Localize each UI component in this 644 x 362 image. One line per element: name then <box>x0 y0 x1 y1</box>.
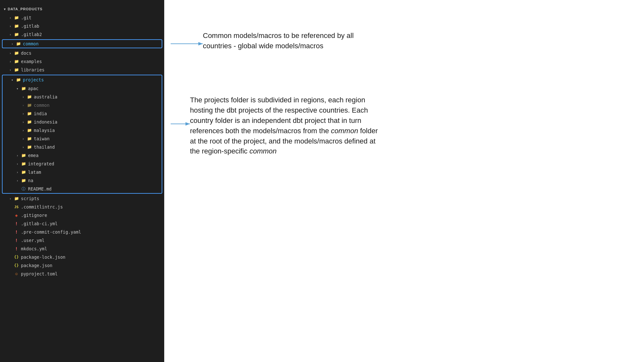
folder-icon: 📁 <box>14 196 19 201</box>
tree-item-libraries[interactable]: › 📁 libraries <box>0 66 164 74</box>
root-chevron: ▾ <box>4 7 6 11</box>
spacer <box>8 238 13 243</box>
chevron-right-icon: › <box>15 178 20 183</box>
folder-icon: 📁 <box>21 161 26 167</box>
tree-label: taiwan <box>34 136 50 141</box>
tree-label: scripts <box>21 196 39 201</box>
chevron-down-icon: ▾ <box>10 77 15 82</box>
folder-icon: 📁 <box>21 178 26 183</box>
tree-label: indonesia <box>34 119 57 125</box>
tree-label: na <box>28 178 33 183</box>
tree-item-docs[interactable]: › 📁 docs <box>0 49 164 57</box>
tree-label: .gitlab2 <box>21 32 42 37</box>
folder-icon: 📁 <box>26 136 32 142</box>
annotation-common: Common models/macros to be referenced by… <box>203 31 377 51</box>
tree-item-common-apac[interactable]: › 📁 common <box>3 101 162 109</box>
yaml-icon: ! <box>14 246 19 252</box>
chevron-right-icon: › <box>8 196 13 201</box>
root-label: ▾ DATA_PRODUCTS <box>0 6 164 14</box>
tree-label: india <box>34 111 47 116</box>
tree-label: integrated <box>28 161 54 166</box>
tree-label: projects <box>23 77 44 82</box>
tree-label: package-lock.json <box>21 255 65 260</box>
chevron-right-icon: › <box>15 161 20 166</box>
tree-item-projects[interactable]: ▾ 📁 projects <box>3 75 162 84</box>
tree-label: docs <box>21 51 32 56</box>
tree-item-australia[interactable]: › 📁 australia <box>3 93 162 101</box>
folder-icon: 📁 <box>26 144 32 150</box>
tree-item-mkdocs[interactable]: ! mkdocs.yml <box>0 245 164 253</box>
spacer <box>8 213 13 218</box>
tree-item-examples[interactable]: › 📁 examples <box>0 57 164 66</box>
folder-icon: 📁 <box>14 50 19 56</box>
chevron-right-icon: › <box>21 111 26 116</box>
chevron-right-icon: › <box>21 136 26 141</box>
tree-item-common[interactable]: › 📁 common <box>2 39 162 48</box>
tree-item-readme[interactable]: ⓘ README.md <box>3 185 162 193</box>
chevron-right-icon: › <box>15 170 20 175</box>
folder-icon: 📁 <box>26 127 32 133</box>
tree-label: package.json <box>21 263 52 268</box>
spacer <box>8 204 13 209</box>
tree-item-pyproject[interactable]: ⊙ pyproject.toml <box>0 270 164 278</box>
tree-label: latam <box>28 170 41 175</box>
chevron-down-icon: ▾ <box>15 86 20 91</box>
chevron-right-icon: › <box>8 32 13 37</box>
chevron-right-icon: › <box>10 41 15 46</box>
tree-label: .gitignore <box>21 213 47 218</box>
tree-label: common <box>34 103 50 108</box>
chevron-right-icon: › <box>15 153 20 158</box>
folder-icon: 📁 <box>14 15 19 21</box>
tree-item-gitlab[interactable]: › 📁 .gitlab <box>0 22 164 30</box>
folder-icon: 📁 <box>14 67 19 73</box>
chevron-right-icon: › <box>21 128 26 133</box>
toml-icon: ⊙ <box>14 271 19 277</box>
tree-item-integrated[interactable]: › 📁 integrated <box>3 160 162 168</box>
tree-item-gitlab-ci[interactable]: ! .gitlab-ci.yml <box>0 219 164 228</box>
folder-icon: 📁 <box>26 102 32 108</box>
chevron-right-icon: › <box>8 59 13 64</box>
tree-item-pre-commit[interactable]: ! .pre-commit-config.yaml <box>0 228 164 236</box>
folder-icon: 📁 <box>15 77 21 83</box>
tree-item-malaysia[interactable]: › 📁 malaysia <box>3 126 162 135</box>
tree-item-package-lock[interactable]: {} package-lock.json <box>0 253 164 261</box>
file-tree-panel: ▾ DATA_PRODUCTS › 📁 .git › 📁 .gitlab › 📁… <box>0 0 164 362</box>
tree-item-thailand[interactable]: › 📁 thailand <box>3 143 162 151</box>
tree-item-commitlintrc[interactable]: JS .commitlintrc.js <box>0 203 164 211</box>
tree-item-package-json[interactable]: {} package.json <box>0 261 164 270</box>
tree-item-apac[interactable]: ▾ 📁 apac <box>3 84 162 93</box>
tree-item-latam[interactable]: › 📁 latam <box>3 168 162 176</box>
tree-item-gitlab2[interactable]: › 📁 .gitlab2 <box>0 30 164 39</box>
projects-highlight-wrapper: ▾ 📁 projects ▾ 📁 apac › 📁 australia › 📁 … <box>2 75 162 194</box>
tree-label: examples <box>21 59 42 64</box>
git-icon: ◈ <box>14 212 19 218</box>
folder-icon: 📁 <box>21 169 26 175</box>
tree-item-india[interactable]: › 📁 india <box>3 109 162 118</box>
folder-icon: 📁 <box>14 32 19 37</box>
tree-label: .gitlab <box>21 23 39 29</box>
json-icon: {} <box>14 263 19 268</box>
tree-item-git[interactable]: › 📁 .git <box>0 14 164 22</box>
tree-item-scripts[interactable]: › 📁 scripts <box>0 194 164 203</box>
tree-item-user-yml[interactable]: ! .user.yml <box>0 236 164 245</box>
tree-item-emea[interactable]: › 📁 emea <box>3 151 162 160</box>
spacer <box>8 246 13 251</box>
chevron-right-icon: › <box>21 94 26 99</box>
tree-item-taiwan[interactable]: › 📁 taiwan <box>3 135 162 143</box>
folder-icon: 📁 <box>21 86 26 91</box>
folder-icon: 📁 <box>26 94 32 100</box>
yaml-icon: ! <box>14 237 19 243</box>
tree-item-indonesia[interactable]: › 📁 indonesia <box>3 118 162 126</box>
tree-label: pyproject.toml <box>21 271 58 276</box>
folder-icon: 📁 <box>26 111 32 116</box>
annotation-arrows <box>164 0 644 362</box>
tree-item-na[interactable]: › 📁 na <box>3 176 162 185</box>
spacer <box>15 186 20 191</box>
tree-label: .user.yml <box>21 238 44 243</box>
chevron-right-icon: › <box>8 15 13 20</box>
tree-item-gitignore[interactable]: ◈ .gitignore <box>0 211 164 219</box>
chevron-right-icon: › <box>21 103 26 108</box>
tree-label: malaysia <box>34 128 55 133</box>
spacer <box>8 255 13 260</box>
tree-label: thailand <box>34 144 55 150</box>
